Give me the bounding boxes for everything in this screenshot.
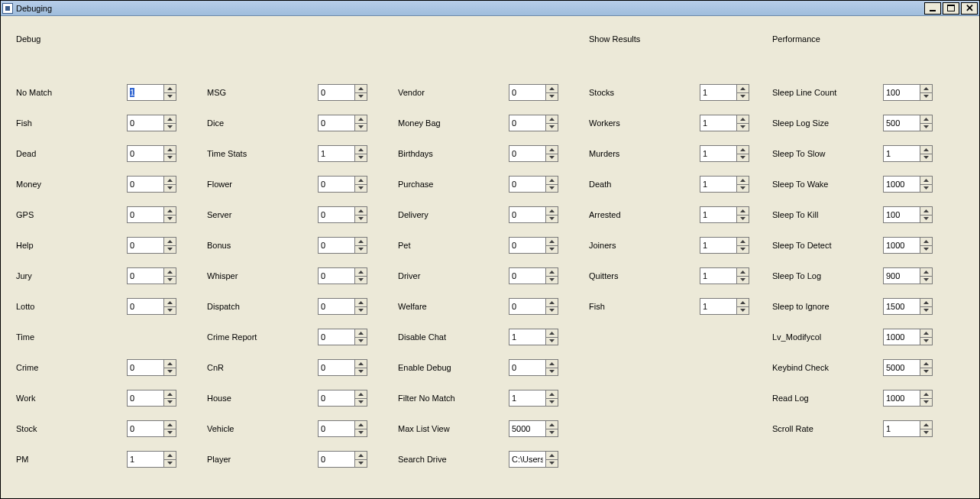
lotto-up-button[interactable] [163, 298, 176, 307]
purchase-input[interactable] [509, 176, 545, 193]
enable-debug-down-button[interactable] [545, 368, 558, 377]
read-log-up-button[interactable] [920, 390, 933, 399]
sleep-to-kill-input[interactable] [883, 206, 920, 223]
fish-input[interactable] [127, 115, 163, 131]
server-up-button[interactable] [354, 206, 367, 215]
pet-down-button[interactable] [545, 246, 558, 254]
money-down-button[interactable] [163, 185, 176, 193]
arrested-down-button[interactable] [736, 215, 749, 224]
time-stats-down-button[interactable] [354, 154, 367, 163]
help-up-button[interactable] [163, 237, 176, 246]
sleep-line-count-up-button[interactable] [920, 84, 933, 93]
crime-report-input[interactable] [318, 329, 354, 345]
driver-up-button[interactable] [545, 267, 558, 277]
read-log-down-button[interactable] [920, 399, 933, 407]
scroll-rate-up-button[interactable] [920, 420, 933, 429]
bonus-down-button[interactable] [354, 246, 367, 254]
stocks-down-button[interactable] [736, 93, 749, 102]
sleep-to-detect-input[interactable] [883, 237, 920, 254]
filter-no-match-up-button[interactable] [545, 390, 558, 399]
no-match-input[interactable] [127, 84, 163, 101]
sleep-to-wake-input[interactable] [883, 176, 920, 193]
msg-up-button[interactable] [354, 84, 367, 93]
joiners-up-button[interactable] [736, 237, 749, 246]
house-up-button[interactable] [354, 390, 367, 399]
crime-input[interactable] [127, 359, 163, 376]
stocks-input[interactable] [700, 84, 736, 101]
minimize-button[interactable] [924, 2, 941, 15]
crime-report-up-button[interactable] [354, 329, 367, 338]
sleep-to-slow-up-button[interactable] [920, 145, 933, 154]
scroll-rate-down-button[interactable] [920, 429, 933, 438]
money-bag-down-button[interactable] [545, 124, 558, 132]
sleep-log-size-up-button[interactable] [920, 115, 933, 124]
read-log-input[interactable] [883, 390, 920, 407]
time-stats-up-button[interactable] [354, 145, 367, 154]
crime-report-down-button[interactable] [354, 338, 367, 346]
vehicle-up-button[interactable] [354, 420, 367, 429]
dice-input[interactable] [318, 115, 354, 131]
money-bag-input[interactable] [509, 115, 545, 131]
sleep-to-log-up-button[interactable] [920, 267, 933, 277]
filter-no-match-down-button[interactable] [545, 399, 558, 407]
sleep-to-detect-up-button[interactable] [920, 237, 933, 246]
pm-up-button[interactable] [163, 451, 176, 460]
lv-modifycol-up-button[interactable] [920, 329, 933, 338]
keybind-check-down-button[interactable] [920, 368, 933, 377]
jury-up-button[interactable] [163, 267, 176, 277]
jury-input[interactable] [127, 267, 163, 284]
work-input[interactable] [127, 390, 163, 407]
time-stats-input[interactable] [318, 145, 354, 162]
welfare-input[interactable] [509, 298, 545, 315]
murders-down-button[interactable] [736, 154, 749, 163]
help-input[interactable] [127, 237, 163, 254]
arrested-up-button[interactable] [736, 206, 749, 215]
fish-up-button[interactable] [163, 115, 176, 124]
scroll-rate-input[interactable] [883, 420, 920, 437]
sleep-log-size-down-button[interactable] [920, 124, 933, 132]
dice-down-button[interactable] [354, 124, 367, 132]
flower-up-button[interactable] [354, 176, 367, 185]
sleep-to-wake-up-button[interactable] [920, 176, 933, 185]
lv-modifycol-down-button[interactable] [920, 338, 933, 346]
dead-down-button[interactable] [163, 154, 176, 163]
sleep-to-ignore-down-button[interactable] [920, 307, 933, 316]
gps-input[interactable] [127, 206, 163, 223]
help-down-button[interactable] [163, 246, 176, 254]
work-down-button[interactable] [163, 399, 176, 407]
gps-up-button[interactable] [163, 206, 176, 215]
workers-down-button[interactable] [736, 124, 749, 132]
dispatch-down-button[interactable] [354, 307, 367, 316]
fish-down-button[interactable] [736, 307, 749, 316]
arrested-input[interactable] [700, 206, 736, 223]
dispatch-up-button[interactable] [354, 298, 367, 307]
msg-down-button[interactable] [354, 93, 367, 102]
work-up-button[interactable] [163, 390, 176, 399]
cnr-input[interactable] [318, 359, 354, 376]
disable-chat-up-button[interactable] [545, 329, 558, 338]
crime-up-button[interactable] [163, 359, 176, 368]
pm-down-button[interactable] [163, 460, 176, 468]
whisper-up-button[interactable] [354, 267, 367, 277]
birthdays-down-button[interactable] [545, 154, 558, 163]
vendor-up-button[interactable] [545, 84, 558, 93]
search-drive-down-button[interactable] [545, 460, 558, 468]
lotto-down-button[interactable] [163, 307, 176, 316]
cnr-down-button[interactable] [354, 368, 367, 377]
search-drive-input[interactable] [509, 451, 545, 468]
search-drive-up-button[interactable] [545, 451, 558, 460]
sleep-to-ignore-input[interactable] [883, 298, 920, 315]
stocks-up-button[interactable] [736, 84, 749, 93]
quitters-down-button[interactable] [736, 277, 749, 285]
stock-up-button[interactable] [163, 420, 176, 429]
flower-input[interactable] [318, 176, 354, 193]
close-button[interactable]: ✕ [961, 2, 978, 15]
joiners-input[interactable] [700, 237, 736, 254]
whisper-input[interactable] [318, 267, 354, 284]
sleep-to-log-down-button[interactable] [920, 277, 933, 285]
player-input[interactable] [318, 451, 354, 468]
birthdays-input[interactable] [509, 145, 545, 162]
purchase-up-button[interactable] [545, 176, 558, 185]
joiners-down-button[interactable] [736, 246, 749, 254]
player-up-button[interactable] [354, 451, 367, 460]
